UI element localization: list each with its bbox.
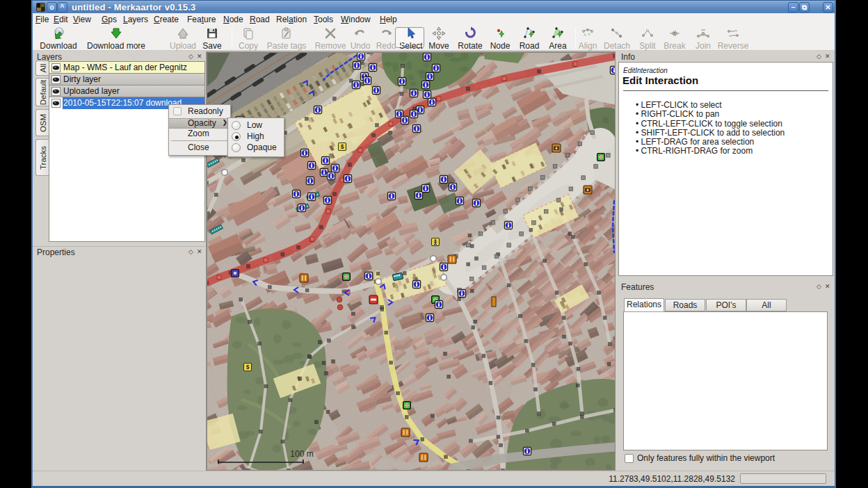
svg-text:100 m: 100 m (290, 449, 313, 459)
